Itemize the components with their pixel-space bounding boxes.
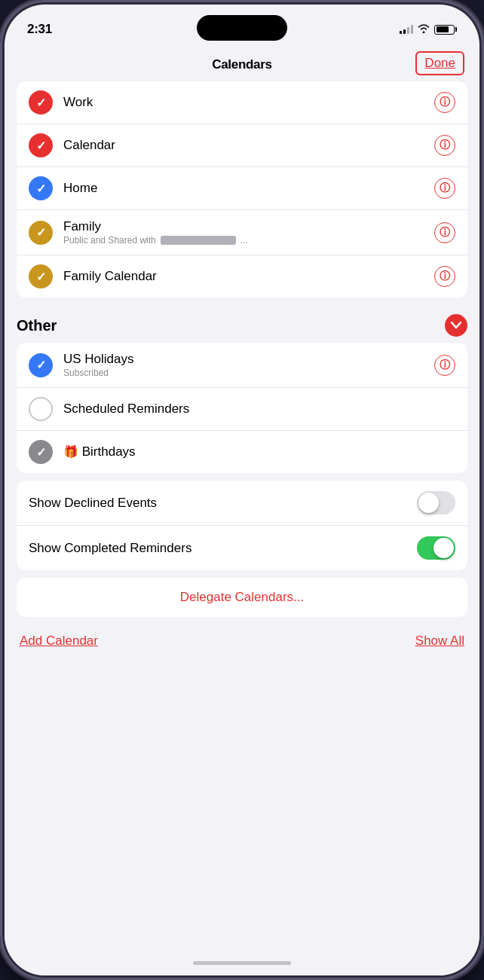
calendar-name-home: Home bbox=[63, 181, 424, 196]
list-item[interactable]: Scheduled Reminders bbox=[17, 388, 467, 431]
status-time: 2:31 bbox=[27, 22, 52, 37]
show-declined-toggle[interactable] bbox=[417, 491, 455, 514]
page-title: Calendars bbox=[212, 57, 272, 72]
calendar-check-birthdays[interactable]: ✓ bbox=[29, 440, 53, 464]
calendar-name-birthdays: 🎁 Birthdays bbox=[63, 444, 455, 459]
list-item[interactable]: ✓ US Holidays Subscribed ⓘ bbox=[17, 343, 467, 388]
dynamic-island bbox=[197, 15, 287, 41]
show-completed-label: Show Completed Reminders bbox=[29, 541, 191, 556]
calendar-name-work: Work bbox=[63, 95, 424, 110]
signal-icon bbox=[400, 25, 413, 34]
calendar-name-family: Family bbox=[63, 219, 424, 234]
toggle-knob-completed bbox=[433, 538, 454, 558]
toggle-section: Show Declined Events Show Completed Remi… bbox=[17, 481, 467, 570]
main-content: Calendars Done ✓ Work ⓘ ✓ Calendar bbox=[5, 45, 479, 950]
calendar-check-family-cal[interactable]: ✓ bbox=[29, 264, 53, 289]
calendar-check-holidays[interactable]: ✓ bbox=[29, 353, 53, 377]
show-completed-toggle[interactable] bbox=[417, 536, 455, 560]
calendar-name-reminders: Scheduled Reminders bbox=[63, 401, 455, 417]
calendar-sub-holidays: Subscribed bbox=[63, 368, 424, 378]
info-button-holidays[interactable]: ⓘ bbox=[434, 355, 455, 376]
calendar-sub-family: Public and Shared with ... bbox=[63, 235, 424, 246]
calendar-check-calendar[interactable]: ✓ bbox=[29, 133, 53, 157]
calendar-name-holidays: US Holidays bbox=[63, 352, 424, 367]
calendar-name-family-cal: Family Calendar bbox=[63, 269, 424, 284]
list-item[interactable]: ✓ Family Calendar ⓘ bbox=[17, 255, 467, 298]
delegate-label: Delegate Calendars... bbox=[180, 590, 304, 605]
show-completed-row: Show Completed Reminders bbox=[17, 526, 467, 570]
screen: 2:31 bbox=[5, 5, 479, 975]
redacted-text bbox=[161, 236, 236, 245]
show-all-link[interactable]: Show All bbox=[415, 633, 464, 649]
calendar-check-reminders[interactable] bbox=[29, 397, 53, 421]
chevron-down-icon bbox=[451, 322, 461, 329]
footer: Add Calendar Show All bbox=[5, 624, 479, 664]
other-section-header: Other bbox=[5, 305, 479, 343]
header: Calendars Done bbox=[5, 45, 479, 81]
home-indicator bbox=[5, 950, 479, 975]
list-item[interactable]: ✓ Family Public and Shared with ... ⓘ bbox=[17, 210, 467, 255]
status-icons bbox=[400, 23, 457, 35]
gift-icon: 🎁 bbox=[63, 445, 78, 458]
calendar-name-calendar: Calendar bbox=[63, 138, 424, 153]
toggle-knob-declined bbox=[418, 493, 439, 513]
show-declined-label: Show Declined Events bbox=[29, 496, 157, 511]
list-item[interactable]: ✓ Home ⓘ bbox=[17, 167, 467, 210]
home-bar bbox=[193, 961, 291, 965]
list-item[interactable]: ✓ Work ⓘ bbox=[17, 81, 467, 124]
info-button-family[interactable]: ⓘ bbox=[434, 222, 455, 243]
phone-frame: 2:31 bbox=[0, 0, 484, 980]
delegate-section[interactable]: Delegate Calendars... bbox=[17, 578, 467, 617]
add-calendar-link[interactable]: Add Calendar bbox=[20, 633, 98, 649]
info-button-calendar[interactable]: ⓘ bbox=[434, 135, 455, 156]
done-button[interactable]: Done bbox=[415, 51, 464, 75]
calendar-check-family[interactable]: ✓ bbox=[29, 221, 53, 245]
info-button-family-cal[interactable]: ⓘ bbox=[434, 266, 455, 287]
other-section: ✓ US Holidays Subscribed ⓘ Scheduled Rem… bbox=[17, 343, 467, 473]
other-collapse-button[interactable] bbox=[445, 314, 467, 337]
calendar-check-home[interactable]: ✓ bbox=[29, 176, 53, 200]
calendar-check-work[interactable]: ✓ bbox=[29, 90, 53, 114]
battery-icon bbox=[434, 25, 457, 35]
list-item[interactable]: ✓ Calendar ⓘ bbox=[17, 124, 467, 167]
list-item[interactable]: ✓ 🎁 Birthdays bbox=[17, 431, 467, 473]
show-declined-row: Show Declined Events bbox=[17, 481, 467, 526]
info-button-home[interactable]: ⓘ bbox=[434, 178, 455, 199]
wifi-icon bbox=[418, 23, 430, 35]
my-calendars-section: ✓ Work ⓘ ✓ Calendar ⓘ ✓ bbox=[17, 81, 467, 298]
info-button-work[interactable]: ⓘ bbox=[434, 92, 455, 113]
other-label: Other bbox=[17, 317, 57, 334]
